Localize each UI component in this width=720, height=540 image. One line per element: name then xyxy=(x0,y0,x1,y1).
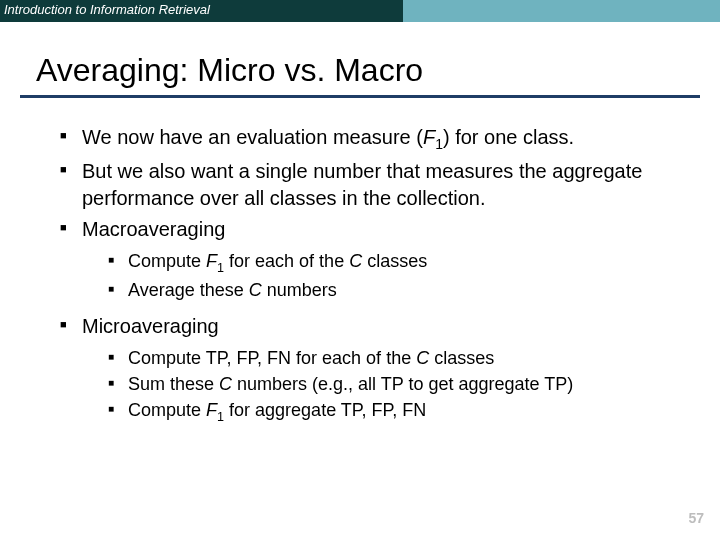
bullet-list: We now have an evaluation measure (F1) f… xyxy=(60,124,680,426)
var-C: C xyxy=(249,280,262,300)
bullet-item: Microaveraging Compute TP, FP, FN for ea… xyxy=(60,313,680,426)
slide: Introduction to Information Retrieval Av… xyxy=(0,0,720,540)
var-C: C xyxy=(416,348,429,368)
sub-bullet-list: Compute F1 for each of the C classes Ave… xyxy=(108,249,680,303)
text: Microaveraging xyxy=(82,315,219,337)
text: numbers (e.g., all TP to get aggregate T… xyxy=(232,374,573,394)
bullet-item: We now have an evaluation measure (F1) f… xyxy=(60,124,680,154)
slide-title: Averaging: Micro vs. Macro xyxy=(36,52,720,89)
sub-bullet-list: Compute TP, FP, FN for each of the C cla… xyxy=(108,346,680,426)
text: ) for one class. xyxy=(443,126,574,148)
sub-bullet-item: Sum these C numbers (e.g., all TP to get… xyxy=(108,372,680,396)
text: for aggregate TP, FP, FN xyxy=(224,400,426,420)
slide-content: We now have an evaluation measure (F1) f… xyxy=(0,98,720,426)
text: Compute xyxy=(128,251,206,271)
bullet-item: But we also want a single number that me… xyxy=(60,158,680,212)
var-F: F xyxy=(206,400,217,420)
top-bar-accent xyxy=(403,0,720,22)
text: classes xyxy=(429,348,494,368)
text: Compute xyxy=(128,400,206,420)
sub-bullet-item: Compute F1 for aggregate TP, FP, FN xyxy=(108,398,680,426)
text: Sum these xyxy=(128,374,219,394)
text: numbers xyxy=(262,280,337,300)
sub-bullet-item: Average these C numbers xyxy=(108,278,680,302)
sub-1: 1 xyxy=(217,260,224,274)
sub-1: 1 xyxy=(217,410,224,424)
sub-bullet-item: Compute F1 for each of the C classes xyxy=(108,249,680,277)
text: We now have an evaluation measure ( xyxy=(82,126,423,148)
text: Macroaveraging xyxy=(82,218,225,240)
course-title: Introduction to Information Retrieval xyxy=(0,0,403,22)
sub-bullet-item: Compute TP, FP, FN for each of the C cla… xyxy=(108,346,680,370)
text: Compute TP, FP, FN for each of the xyxy=(128,348,416,368)
text: Average these xyxy=(128,280,249,300)
var-F: F xyxy=(423,126,435,148)
page-number: 57 xyxy=(688,510,704,526)
sub-1: 1 xyxy=(435,136,443,152)
text: classes xyxy=(362,251,427,271)
var-C: C xyxy=(219,374,232,394)
text: for each of the xyxy=(224,251,349,271)
var-C: C xyxy=(349,251,362,271)
top-bar: Introduction to Information Retrieval xyxy=(0,0,720,22)
bullet-item: Macroaveraging Compute F1 for each of th… xyxy=(60,216,680,303)
var-F: F xyxy=(206,251,217,271)
